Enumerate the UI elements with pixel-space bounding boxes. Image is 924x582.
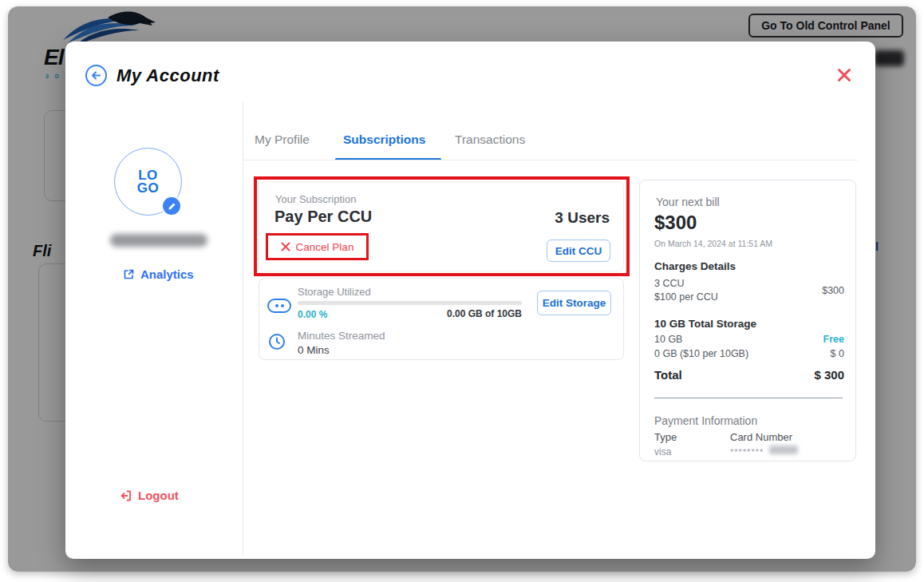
total-storage-heading: 10 GB Total Storage bbox=[654, 318, 756, 330]
sidebar-divider bbox=[243, 102, 243, 554]
card-number-blurred-digits bbox=[769, 445, 798, 454]
storage-percent: 0.00 % bbox=[298, 309, 327, 320]
storage-progress-bar bbox=[298, 301, 522, 305]
payment-type-header: Type bbox=[654, 431, 677, 443]
logout-icon bbox=[120, 489, 132, 502]
ccu-rate: $100 per CCU bbox=[654, 291, 718, 303]
tab-my-profile[interactable]: My Profile bbox=[255, 133, 310, 147]
storage-extra-value: $ 0 bbox=[831, 348, 844, 359]
storage-extra-label: 0 GB ($10 per 10GB) bbox=[654, 348, 748, 359]
external-link-icon bbox=[123, 268, 135, 280]
avatar-edit-button[interactable] bbox=[161, 196, 182, 216]
analytics-link[interactable]: Analytics bbox=[123, 267, 194, 281]
storage-included-value: Free bbox=[823, 334, 844, 345]
my-account-modal: My Account LO GO Analytics Logout My Pro… bbox=[65, 42, 875, 559]
edit-storage-button[interactable]: Edit Storage bbox=[537, 291, 611, 315]
storage-drive-icon bbox=[267, 299, 291, 313]
minutes-streamed-label: Minutes Streamed bbox=[298, 330, 385, 342]
back-button[interactable] bbox=[85, 65, 107, 86]
clock-icon bbox=[268, 333, 286, 350]
next-bill-card: Your next bill $300 On March 14, 2024 at… bbox=[639, 180, 856, 461]
storage-amount: 0.00 GB of 10GB bbox=[410, 308, 522, 319]
ccu-count: 3 CCU bbox=[654, 278, 685, 289]
subscription-annotation-box bbox=[254, 176, 630, 276]
ccu-charge-value: $300 bbox=[822, 285, 844, 296]
close-button[interactable] bbox=[835, 65, 854, 85]
total-label: Total bbox=[654, 368, 682, 382]
next-bill-date: On March 14, 2024 at 11:51 AM bbox=[654, 239, 772, 248]
payment-type-value: visa bbox=[654, 446, 671, 457]
modal-title: My Account bbox=[116, 65, 219, 86]
card-number-masked: ******** bbox=[730, 447, 764, 457]
minutes-streamed-value: 0 Mins bbox=[298, 344, 330, 356]
close-icon bbox=[836, 67, 852, 83]
pencil-icon bbox=[168, 202, 176, 211]
logout-button[interactable]: Logout bbox=[120, 489, 179, 502]
total-value: $ 300 bbox=[814, 368, 844, 382]
blurred-username bbox=[110, 234, 207, 247]
usage-card: Storage Utilized 0.00 % 0.00 GB of 10GB … bbox=[259, 278, 624, 360]
avatar-text-line2: GO bbox=[137, 182, 159, 195]
payment-information-title: Payment Information bbox=[654, 414, 757, 427]
tabs-divider bbox=[243, 160, 858, 160]
card-number-header: Card Number bbox=[730, 431, 792, 443]
storage-included-label: 10 GB bbox=[654, 334, 682, 345]
charges-details-heading: Charges Details bbox=[654, 260, 736, 272]
storage-utilized-label: Storage Utilized bbox=[298, 286, 371, 298]
tab-transactions[interactable]: Transactions bbox=[455, 133, 525, 147]
payment-divider bbox=[654, 398, 843, 398]
arrow-left-icon bbox=[90, 69, 102, 81]
tab-subscriptions[interactable]: Subscriptions bbox=[343, 133, 425, 147]
next-bill-title: Your next bill bbox=[656, 196, 720, 208]
next-bill-amount: $300 bbox=[654, 212, 697, 234]
logout-label: Logout bbox=[138, 489, 179, 502]
analytics-label: Analytics bbox=[140, 267, 194, 281]
